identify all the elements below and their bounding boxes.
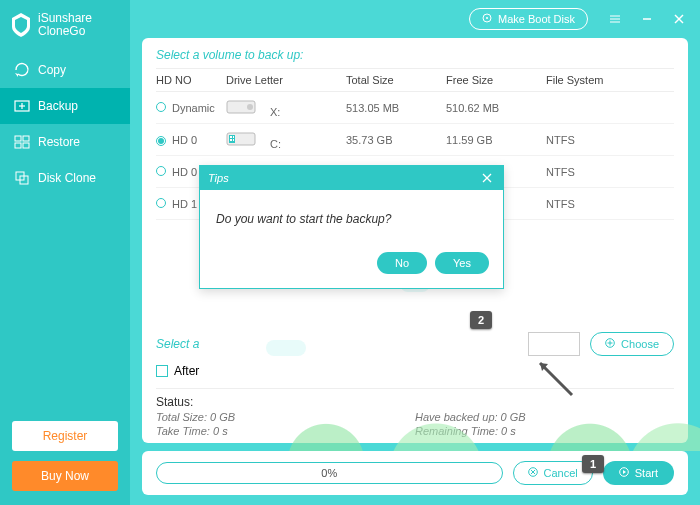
- nav: Copy Backup Restore Disk Clone: [0, 52, 130, 196]
- cell: HD 1: [172, 198, 197, 210]
- dialog-title: Tips: [208, 172, 229, 184]
- make-boot-label: Make Boot Disk: [498, 13, 575, 25]
- status-section: Status: Total Size: 0 GB Take Time: 0 s …: [156, 388, 674, 437]
- cancel-icon: [528, 467, 538, 479]
- progress-label: 0%: [321, 467, 337, 479]
- titlebar: Make Boot Disk: [130, 0, 700, 38]
- col-hd: HD NO: [156, 74, 226, 86]
- select-volume-title: Select a volume to back up:: [156, 48, 674, 62]
- sidebar-label: Restore: [38, 135, 80, 149]
- callout-1: 1: [582, 455, 604, 473]
- after-checkbox-row[interactable]: After: [156, 364, 674, 378]
- cell: Dynamic: [172, 102, 215, 114]
- status-backed: Have backed up: 0 GB: [415, 411, 674, 423]
- buy-now-button[interactable]: Buy Now: [12, 461, 118, 491]
- svg-rect-4: [23, 136, 29, 141]
- cell: 35.73 GB: [346, 134, 446, 146]
- radio-icon[interactable]: [156, 166, 166, 176]
- copy-icon: [14, 62, 30, 78]
- sidebar: iSunshare CloneGo Copy Backup Restore Di…: [0, 0, 130, 505]
- make-boot-disk-button[interactable]: Make Boot Disk: [469, 8, 588, 30]
- sidebar-label: Copy: [38, 63, 66, 77]
- table-row[interactable]: HD 0 C: 35.73 GB 11.59 GB NTFS: [156, 124, 674, 156]
- backup-icon: [14, 98, 30, 114]
- cell: NTFS: [546, 166, 626, 178]
- sidebar-label: Disk Clone: [38, 171, 96, 185]
- dialog-no-button[interactable]: No: [377, 252, 427, 274]
- radio-icon[interactable]: [156, 198, 166, 208]
- dialog-close-button[interactable]: [479, 170, 495, 186]
- cancel-button[interactable]: Cancel: [513, 461, 593, 485]
- dialog-message: Do you want to start the backup?: [200, 190, 503, 242]
- status-take: Take Time: 0 s: [156, 425, 415, 437]
- svg-rect-22: [233, 136, 234, 138]
- svg-line-34: [540, 363, 572, 395]
- col-total: Total Size: [346, 74, 446, 86]
- table-header: HD NO Drive Letter Total Size Free Size …: [156, 68, 674, 92]
- after-label: After: [174, 364, 199, 378]
- radio-icon[interactable]: [156, 102, 166, 112]
- cell: NTFS: [546, 134, 626, 146]
- cell: HD 0: [172, 134, 197, 146]
- sidebar-item-restore[interactable]: Restore: [0, 124, 130, 160]
- cell: HD 0: [172, 166, 197, 178]
- svg-rect-24: [233, 139, 234, 141]
- drive-icon: [226, 98, 264, 116]
- cell: NTFS: [546, 198, 626, 210]
- register-button[interactable]: Register: [12, 421, 118, 451]
- choose-button[interactable]: Choose: [590, 332, 674, 356]
- disk-icon: [482, 13, 492, 25]
- choose-label: Choose: [621, 338, 659, 350]
- sidebar-item-backup[interactable]: Backup: [0, 88, 130, 124]
- minimize-button[interactable]: [632, 4, 662, 34]
- dialog-footer: No Yes: [200, 242, 503, 288]
- cell: 11.59 GB: [446, 134, 546, 146]
- svg-rect-21: [230, 136, 232, 138]
- tips-dialog: Tips Do you want to start the backup? No…: [199, 165, 504, 289]
- diskclone-icon: [14, 170, 30, 186]
- status-title: Status:: [156, 395, 674, 409]
- select-dest-label: Select a: [156, 337, 199, 351]
- sidebar-item-diskclone[interactable]: Disk Clone: [0, 160, 130, 196]
- cell: X:: [270, 106, 280, 118]
- table-row[interactable]: Dynamic X: 513.05 MB 510.62 MB: [156, 92, 674, 124]
- annotation-arrow-icon: [530, 355, 580, 405]
- start-label: Start: [635, 467, 658, 479]
- status-remain: Remaining Time: 0 s: [415, 425, 674, 437]
- dialog-titlebar[interactable]: Tips: [200, 166, 503, 190]
- status-total: Total Size: 0 GB: [156, 411, 415, 423]
- menu-button[interactable]: [600, 4, 630, 34]
- plus-icon: [605, 338, 615, 350]
- close-button[interactable]: [664, 4, 694, 34]
- col-fs: File System: [546, 74, 626, 86]
- destination-row: Select a Choose: [156, 332, 674, 356]
- svg-rect-5: [15, 143, 21, 148]
- restore-icon: [14, 134, 30, 150]
- radio-icon[interactable]: [156, 136, 166, 146]
- col-free: Free Size: [446, 74, 546, 86]
- callout-2: 2: [470, 311, 492, 329]
- svg-rect-3: [15, 136, 21, 141]
- progress-bar: 0%: [156, 462, 503, 484]
- col-drive: Drive Letter: [226, 74, 346, 86]
- svg-point-10: [486, 17, 488, 19]
- svg-point-18: [247, 104, 253, 110]
- brand: iSunshare CloneGo: [0, 0, 130, 52]
- cancel-label: Cancel: [544, 467, 578, 479]
- sidebar-item-copy[interactable]: Copy: [0, 52, 130, 88]
- cell: C:: [270, 138, 281, 150]
- destination-input[interactable]: [528, 332, 580, 356]
- cell: 513.05 MB: [346, 102, 446, 114]
- svg-rect-6: [23, 143, 29, 148]
- start-button[interactable]: Start: [603, 461, 674, 485]
- brand-text: iSunshare CloneGo: [38, 12, 92, 38]
- brand-line2: CloneGo: [38, 25, 92, 38]
- drive-icon: [226, 130, 264, 148]
- brand-logo-icon: [10, 12, 32, 38]
- play-icon: [619, 467, 629, 479]
- dialog-yes-button[interactable]: Yes: [435, 252, 489, 274]
- sidebar-label: Backup: [38, 99, 78, 113]
- bottom-bar: 0% Cancel Start: [142, 451, 688, 495]
- cell: 510.62 MB: [446, 102, 546, 114]
- checkbox-icon[interactable]: [156, 365, 168, 377]
